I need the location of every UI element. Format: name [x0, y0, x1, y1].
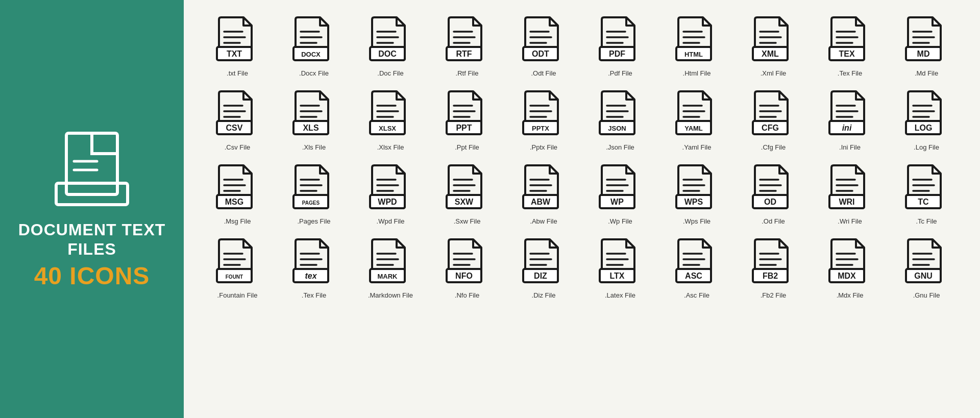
- icon-item: DOC .Doc File: [352, 10, 429, 80]
- left-panel: DOCUMENT TEXT FILES 40 ICONS: [0, 0, 184, 418]
- file-icon-od: OD: [748, 161, 799, 214]
- icon-label: .Gnu File: [913, 291, 940, 299]
- icon-item: MDX .Mdx File: [812, 232, 888, 302]
- icon-label: .Diz File: [532, 291, 556, 299]
- file-icon-yaml: YAML: [671, 87, 722, 140]
- icon-item: MARK .Markdown File: [352, 232, 429, 302]
- svg-text:NFO: NFO: [455, 272, 473, 280]
- file-icon-ini: ini: [824, 87, 875, 140]
- file-icon-pptx: PPTX: [518, 87, 569, 140]
- icon-item: JSON .Json File: [582, 84, 658, 154]
- file-icon-pages: PAGES: [288, 161, 339, 214]
- icon-item: XLSX .Xlsx File: [352, 84, 429, 154]
- svg-text:ODT: ODT: [532, 50, 549, 58]
- icon-label: .Abw File: [530, 217, 557, 225]
- svg-text:WRI: WRI: [839, 198, 854, 206]
- icon-item: MD .Md File: [888, 10, 965, 80]
- icon-label: .Tc File: [916, 217, 937, 225]
- svg-text:OD: OD: [764, 198, 776, 206]
- icon-label: .Od File: [762, 217, 785, 225]
- svg-text:PPTX: PPTX: [532, 125, 549, 132]
- file-icon-asc: ASC: [671, 235, 722, 288]
- icon-label: .Pdf File: [608, 69, 632, 77]
- file-icon-tex: TEX: [824, 13, 875, 66]
- svg-text:MSG: MSG: [225, 198, 243, 206]
- file-icon-mark: MARK: [365, 235, 416, 288]
- icon-label: .Rtf File: [456, 69, 479, 77]
- icon-label: .txt File: [227, 69, 248, 77]
- icon-label: .Tex File: [838, 69, 862, 77]
- icon-item: FB2 .Fb2 File: [735, 232, 812, 302]
- file-icon-msg: MSG: [212, 161, 263, 214]
- icon-item: DIZ .Diz File: [505, 232, 582, 302]
- file-icon-ppt: PPT: [442, 87, 493, 140]
- file-icon-docx: DOCX: [288, 13, 339, 66]
- svg-text:XML: XML: [762, 50, 779, 58]
- icon-item: RTF .Rtf File: [429, 10, 505, 80]
- svg-text:CFG: CFG: [762, 124, 779, 132]
- icon-item: ASC .Asc File: [658, 232, 735, 302]
- icon-item: LOG .Log File: [888, 84, 965, 154]
- icon-item: YAML .Yaml File: [658, 84, 735, 154]
- file-icon-mdx: MDX: [824, 235, 875, 288]
- svg-text:XLSX: XLSX: [379, 125, 396, 132]
- svg-text:ABW: ABW: [531, 198, 551, 206]
- icon-item: WP .Wp File: [582, 158, 658, 228]
- file-icon-cfg: CFG: [748, 87, 799, 140]
- file-icon-diz: DIZ: [518, 235, 569, 288]
- icon-label: .Log File: [914, 143, 939, 151]
- file-icon-doc: DOC: [365, 13, 416, 66]
- panel-title: DOCUMENT TEXT FILES: [15, 220, 168, 259]
- icon-item: CSV .Csv File: [199, 84, 276, 154]
- icon-item: TC .Tc File: [888, 158, 965, 228]
- file-icon-wp: WP: [595, 161, 646, 214]
- svg-text:DOC: DOC: [378, 50, 397, 58]
- icon-item: WPD .Wpd File: [352, 158, 429, 228]
- svg-text:FB2: FB2: [763, 272, 778, 280]
- svg-text:LOG: LOG: [915, 124, 933, 132]
- icon-label: .Cfg File: [761, 143, 786, 151]
- icon-label: .Wri File: [838, 217, 862, 225]
- icon-item: ini .Ini File: [812, 84, 888, 154]
- icon-label: .Csv File: [225, 143, 251, 151]
- file-icon-json: JSON: [595, 87, 646, 140]
- icon-item: PPT .Ppt File: [429, 84, 505, 154]
- right-panel: TXT .txt File DOCX .Docx File DOC .Doc F…: [184, 0, 980, 418]
- svg-text:tex: tex: [305, 272, 317, 280]
- file-icon-gnu: GNU: [901, 235, 952, 288]
- icons-grid: TXT .txt File DOCX .Docx File DOC .Doc F…: [199, 10, 965, 302]
- file-icon-ltx: LTX: [595, 235, 646, 288]
- file-icon-sxw: SXW: [442, 161, 493, 214]
- file-icon-html: HTML: [671, 13, 722, 66]
- svg-text:XLS: XLS: [303, 124, 318, 132]
- svg-text:DIZ: DIZ: [534, 272, 547, 280]
- icon-item: ODT .Odt File: [505, 10, 582, 80]
- svg-text:TC: TC: [918, 198, 929, 206]
- icon-item: OD .Od File: [735, 158, 812, 228]
- file-icon-rtf: RTF: [442, 13, 493, 66]
- icon-label: .Latex File: [605, 291, 635, 299]
- icon-item: FOUNT .Fountain File: [199, 232, 276, 302]
- file-icon-txt: TXT: [212, 13, 263, 66]
- svg-text:SXW: SXW: [455, 198, 474, 206]
- icon-item: XLS .Xls File: [276, 84, 352, 154]
- icon-item: MSG .Msg File: [199, 158, 276, 228]
- icon-label: .Odt File: [531, 69, 556, 77]
- icon-label: .Wpd File: [377, 217, 405, 225]
- icon-item: SXW .Sxw File: [429, 158, 505, 228]
- icon-item: XML .Xml File: [735, 10, 812, 80]
- icon-label: .Xlsx File: [377, 143, 404, 151]
- icon-item: TEX .Tex File: [812, 10, 888, 80]
- file-icon-xlsx: XLSX: [365, 87, 416, 140]
- svg-text:DOCX: DOCX: [301, 51, 321, 58]
- icon-label: .Xml File: [761, 69, 787, 77]
- icon-label: .Wp File: [608, 217, 632, 225]
- icon-label: .Doc File: [377, 69, 403, 77]
- icon-label: .Yaml File: [682, 143, 712, 151]
- file-icon-pdf: PDF: [595, 13, 646, 66]
- file-icon-nfo: NFO: [442, 235, 493, 288]
- icon-label: .Fountain File: [217, 291, 258, 299]
- document-icon: [51, 128, 133, 210]
- svg-text:WPD: WPD: [378, 198, 397, 206]
- icon-label: .Mdx File: [837, 291, 864, 299]
